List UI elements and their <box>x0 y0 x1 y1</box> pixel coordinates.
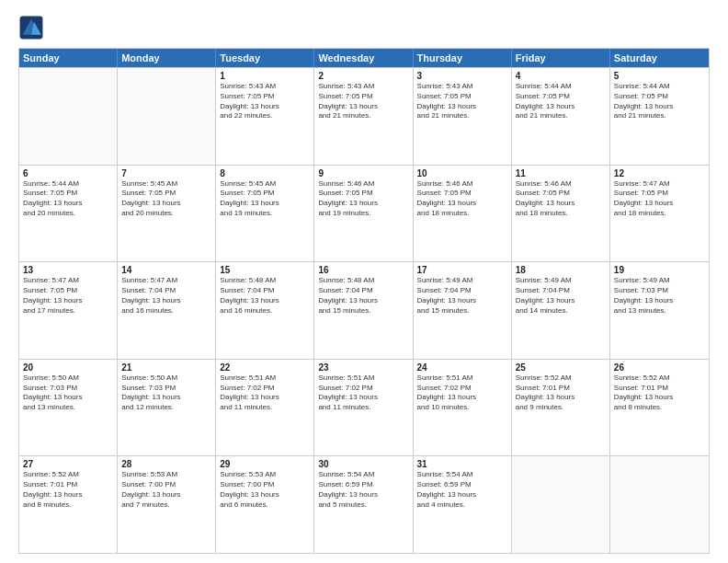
day-cell-27: 27Sunrise: 5:52 AMSunset: 7:01 PMDayligh… <box>19 456 118 553</box>
weekday-header-thursday: Thursday <box>414 49 512 67</box>
day-info: Sunrise: 5:44 AMSunset: 7:05 PMDaylight:… <box>23 179 113 219</box>
day-number: 11 <box>516 168 606 178</box>
day-cell-28: 28Sunrise: 5:53 AMSunset: 7:00 PMDayligh… <box>118 456 216 553</box>
day-cell-16: 16Sunrise: 5:48 AMSunset: 7:04 PMDayligh… <box>314 262 413 359</box>
day-cell-3: 3Sunrise: 5:43 AMSunset: 7:05 PMDaylight… <box>414 68 512 165</box>
day-cell-18: 18Sunrise: 5:49 AMSunset: 7:04 PMDayligh… <box>512 262 610 359</box>
page: SundayMondayTuesdayWednesdayThursdayFrid… <box>0 0 728 563</box>
empty-cell-r4c5 <box>512 456 610 553</box>
day-number: 24 <box>417 362 507 373</box>
calendar-row-1: 1Sunrise: 5:43 AMSunset: 7:05 PMDaylight… <box>19 67 709 165</box>
day-number: 17 <box>417 265 507 275</box>
day-info: Sunrise: 5:54 AMSunset: 6:59 PMDaylight:… <box>318 470 408 510</box>
day-number: 12 <box>614 168 705 178</box>
day-number: 15 <box>220 265 310 275</box>
calendar: SundayMondayTuesdayWednesdayThursdayFrid… <box>18 48 710 554</box>
day-number: 23 <box>318 362 408 373</box>
day-info: Sunrise: 5:49 AMSunset: 7:04 PMDaylight:… <box>417 276 507 316</box>
day-info: Sunrise: 5:53 AMSunset: 7:00 PMDaylight:… <box>220 470 310 510</box>
day-info: Sunrise: 5:44 AMSunset: 7:05 PMDaylight:… <box>516 82 606 121</box>
day-cell-4: 4Sunrise: 5:44 AMSunset: 7:05 PMDaylight… <box>512 68 610 165</box>
header <box>18 15 710 40</box>
day-info: Sunrise: 5:49 AMSunset: 7:04 PMDaylight:… <box>516 276 606 316</box>
day-number: 28 <box>121 459 211 469</box>
day-number: 9 <box>318 168 408 178</box>
day-cell-30: 30Sunrise: 5:54 AMSunset: 6:59 PMDayligh… <box>314 456 413 553</box>
day-number: 2 <box>318 71 408 81</box>
day-number: 5 <box>614 71 705 81</box>
weekday-header-saturday: Saturday <box>610 49 709 67</box>
day-number: 19 <box>614 265 705 275</box>
weekday-header-wednesday: Wednesday <box>314 49 413 67</box>
day-number: 27 <box>23 459 113 469</box>
day-cell-7: 7Sunrise: 5:45 AMSunset: 7:05 PMDaylight… <box>118 166 216 262</box>
day-info: Sunrise: 5:43 AMSunset: 7:05 PMDaylight:… <box>417 82 507 121</box>
day-cell-5: 5Sunrise: 5:44 AMSunset: 7:05 PMDaylight… <box>610 68 709 165</box>
day-info: Sunrise: 5:50 AMSunset: 7:03 PMDaylight:… <box>121 373 211 413</box>
day-number: 14 <box>121 265 211 275</box>
day-info: Sunrise: 5:46 AMSunset: 7:05 PMDaylight:… <box>318 179 408 219</box>
day-cell-19: 19Sunrise: 5:49 AMSunset: 7:03 PMDayligh… <box>610 262 709 359</box>
day-info: Sunrise: 5:45 AMSunset: 7:05 PMDaylight:… <box>220 179 310 219</box>
day-number: 18 <box>516 265 606 275</box>
day-number: 6 <box>23 168 113 178</box>
day-number: 7 <box>121 168 211 178</box>
day-info: Sunrise: 5:51 AMSunset: 7:02 PMDaylight:… <box>417 373 507 413</box>
day-info: Sunrise: 5:45 AMSunset: 7:05 PMDaylight:… <box>121 179 211 219</box>
day-info: Sunrise: 5:43 AMSunset: 7:05 PMDaylight:… <box>220 82 310 121</box>
day-info: Sunrise: 5:53 AMSunset: 7:00 PMDaylight:… <box>121 470 211 510</box>
day-cell-2: 2Sunrise: 5:43 AMSunset: 7:05 PMDaylight… <box>314 68 413 165</box>
day-number: 25 <box>516 362 606 373</box>
day-info: Sunrise: 5:46 AMSunset: 7:05 PMDaylight:… <box>417 179 507 219</box>
empty-cell-r4c6 <box>610 456 709 553</box>
day-cell-12: 12Sunrise: 5:47 AMSunset: 7:05 PMDayligh… <box>610 166 709 262</box>
day-cell-1: 1Sunrise: 5:43 AMSunset: 7:05 PMDaylight… <box>216 68 314 165</box>
day-number: 31 <box>417 459 507 469</box>
day-cell-21: 21Sunrise: 5:50 AMSunset: 7:03 PMDayligh… <box>118 360 216 456</box>
day-number: 30 <box>318 459 408 469</box>
weekday-header-sunday: Sunday <box>19 49 118 67</box>
day-info: Sunrise: 5:51 AMSunset: 7:02 PMDaylight:… <box>220 373 310 413</box>
day-info: Sunrise: 5:52 AMSunset: 7:01 PMDaylight:… <box>23 470 113 510</box>
day-cell-29: 29Sunrise: 5:53 AMSunset: 7:00 PMDayligh… <box>216 456 314 553</box>
day-cell-13: 13Sunrise: 5:47 AMSunset: 7:05 PMDayligh… <box>19 262 118 359</box>
empty-cell-r0c1 <box>118 68 216 165</box>
weekday-header-friday: Friday <box>512 49 610 67</box>
day-number: 3 <box>417 71 507 81</box>
day-number: 22 <box>220 362 310 373</box>
day-cell-15: 15Sunrise: 5:48 AMSunset: 7:04 PMDayligh… <box>216 262 314 359</box>
day-cell-23: 23Sunrise: 5:51 AMSunset: 7:02 PMDayligh… <box>314 360 413 456</box>
day-number: 8 <box>220 168 310 178</box>
day-number: 20 <box>23 362 113 373</box>
day-cell-6: 6Sunrise: 5:44 AMSunset: 7:05 PMDaylight… <box>19 166 118 262</box>
day-number: 21 <box>121 362 211 373</box>
day-cell-14: 14Sunrise: 5:47 AMSunset: 7:04 PMDayligh… <box>118 262 216 359</box>
day-info: Sunrise: 5:51 AMSunset: 7:02 PMDaylight:… <box>318 373 408 413</box>
calendar-row-4: 20Sunrise: 5:50 AMSunset: 7:03 PMDayligh… <box>19 359 709 456</box>
day-info: Sunrise: 5:46 AMSunset: 7:05 PMDaylight:… <box>516 179 606 219</box>
calendar-row-5: 27Sunrise: 5:52 AMSunset: 7:01 PMDayligh… <box>19 455 709 553</box>
day-cell-17: 17Sunrise: 5:49 AMSunset: 7:04 PMDayligh… <box>414 262 512 359</box>
day-cell-10: 10Sunrise: 5:46 AMSunset: 7:05 PMDayligh… <box>414 166 512 262</box>
calendar-body: 1Sunrise: 5:43 AMSunset: 7:05 PMDaylight… <box>19 67 709 553</box>
day-number: 1 <box>220 71 310 81</box>
day-cell-22: 22Sunrise: 5:51 AMSunset: 7:02 PMDayligh… <box>216 360 314 456</box>
day-number: 13 <box>23 265 113 275</box>
day-number: 26 <box>614 362 705 373</box>
calendar-header: SundayMondayTuesdayWednesdayThursdayFrid… <box>19 49 709 67</box>
day-info: Sunrise: 5:47 AMSunset: 7:05 PMDaylight:… <box>23 276 113 316</box>
day-cell-31: 31Sunrise: 5:54 AMSunset: 6:59 PMDayligh… <box>414 456 512 553</box>
weekday-header-tuesday: Tuesday <box>216 49 314 67</box>
logo-icon <box>18 15 44 40</box>
day-info: Sunrise: 5:52 AMSunset: 7:01 PMDaylight:… <box>614 373 705 413</box>
weekday-header-monday: Monday <box>118 49 216 67</box>
day-number: 10 <box>417 168 507 178</box>
day-cell-8: 8Sunrise: 5:45 AMSunset: 7:05 PMDaylight… <box>216 166 314 262</box>
day-info: Sunrise: 5:52 AMSunset: 7:01 PMDaylight:… <box>516 373 606 413</box>
logo <box>18 15 48 40</box>
day-info: Sunrise: 5:49 AMSunset: 7:03 PMDaylight:… <box>614 276 705 316</box>
day-info: Sunrise: 5:44 AMSunset: 7:05 PMDaylight:… <box>614 82 705 121</box>
day-number: 16 <box>318 265 408 275</box>
day-info: Sunrise: 5:47 AMSunset: 7:04 PMDaylight:… <box>121 276 211 316</box>
day-cell-24: 24Sunrise: 5:51 AMSunset: 7:02 PMDayligh… <box>414 360 512 456</box>
